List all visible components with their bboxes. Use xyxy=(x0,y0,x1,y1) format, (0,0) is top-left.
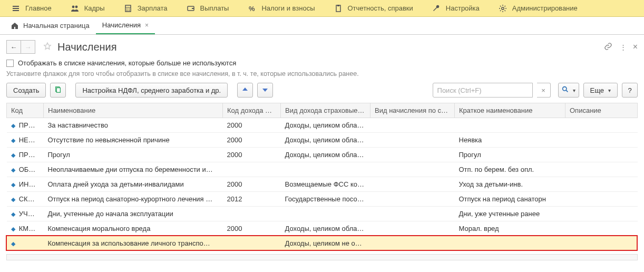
move-down-button[interactable] xyxy=(257,83,273,98)
cell-short: Дни, уже учтенные ранее xyxy=(455,207,565,221)
cell-income-code: 2000 xyxy=(223,177,281,192)
move-up-button[interactable] xyxy=(237,83,253,98)
arrow-down-icon xyxy=(262,86,268,94)
topmenu-main[interactable]: Главное xyxy=(2,0,61,16)
clipboard-icon xyxy=(334,4,343,13)
col-insurance-header[interactable]: Вид дохода страховые… xyxy=(281,103,370,118)
cell-short xyxy=(455,118,565,133)
search-box xyxy=(433,83,533,98)
table-row[interactable]: ◆ КМ…Компенсация морального вреда2000Дох… xyxy=(7,221,638,236)
topmenu-pay[interactable]: Выплаты xyxy=(177,0,239,16)
page-title: Начисления xyxy=(57,41,117,53)
cell-desc xyxy=(565,177,638,192)
cell-desc xyxy=(565,148,638,162)
cell-name: Отпуск на период санаторно-курортного ле… xyxy=(44,192,223,207)
table-row[interactable]: ◆ ПР…Прогул2000Доходы, целиком обла…Прог… xyxy=(7,148,638,162)
topmenu-admin[interactable]: Администрирование xyxy=(489,0,587,16)
cell-insurance: Государственные посо… xyxy=(281,192,370,207)
cell-calc-type xyxy=(370,221,455,236)
table-row[interactable]: ◆ ПР…За наставничество2000Доходы, целико… xyxy=(7,118,638,133)
col-income-header[interactable]: Код дохода … xyxy=(223,103,281,118)
cell-income-code: 2000 xyxy=(223,148,281,162)
cell-name: Отсутствие по невыясненной причине xyxy=(44,133,223,148)
ndfl-settings-button[interactable]: Настройка НДФЛ, среднего заработка и др. xyxy=(75,83,228,98)
topmenu-label: Выплаты xyxy=(200,4,229,12)
svg-point-4 xyxy=(126,8,128,9)
show-unused-checkbox[interactable] xyxy=(6,60,14,67)
svg-text:%: % xyxy=(249,5,255,13)
cell-calc-type xyxy=(370,118,455,133)
cell-calc-type xyxy=(370,148,455,162)
col-code-header[interactable]: Код xyxy=(7,103,44,118)
topmenu-salary[interactable]: Зарплата xyxy=(114,0,177,16)
cell-short: Морал. вред xyxy=(455,221,565,236)
col-name-header[interactable]: Наименование xyxy=(44,103,223,118)
table-row[interactable]: ◆ СК…Отпуск на период санаторно-курортно… xyxy=(7,192,638,207)
col-calc-type-header[interactable]: Вид начисления по ст… xyxy=(370,103,455,118)
more-menu-button[interactable]: Еще ▾ xyxy=(583,83,618,98)
home-tab[interactable]: Начальная страница xyxy=(4,17,96,34)
horizontal-scrollbar[interactable] xyxy=(6,254,638,260)
cell-desc xyxy=(565,236,638,251)
favorite-star-icon[interactable] xyxy=(43,42,52,53)
svg-point-7 xyxy=(129,10,130,11)
row-marker-icon: ◆ xyxy=(11,211,15,217)
link-icon[interactable] xyxy=(604,42,612,52)
cell-short: Неявка xyxy=(455,133,565,148)
topmenu-label: Настройка xyxy=(446,4,480,12)
search-clear-button[interactable]: × xyxy=(537,83,551,98)
cell-insurance: Доходы, целиком не о… xyxy=(281,236,370,251)
row-marker-icon: ◆ xyxy=(11,181,15,188)
help-button[interactable]: ? xyxy=(622,83,638,98)
topmenu-label: Отчетность, справки xyxy=(348,4,413,12)
topmenu-settings[interactable]: Настройка xyxy=(423,0,489,16)
table-row[interactable]: ◆ ОБ…Неоплачиваемые дни отпуска по берем… xyxy=(7,162,638,177)
svg-point-13 xyxy=(502,7,504,9)
cell-short: Отпуск на период санаторн xyxy=(455,192,565,207)
topmenu-report[interactable]: Отчетность, справки xyxy=(325,0,423,16)
table-header-row: Код Наименование Код дохода … Вид дохода… xyxy=(7,103,638,118)
active-tab-label: Начисления xyxy=(102,21,141,29)
table-row[interactable]: ◆ НЕ…Отсутствие по невыясненной причине2… xyxy=(7,133,638,148)
row-marker-icon: ◆ xyxy=(11,167,15,173)
topmenu-hr[interactable]: Кадры xyxy=(61,0,114,16)
magnifier-icon xyxy=(562,86,569,94)
cell-income-code xyxy=(223,236,281,251)
more-vert-icon[interactable]: ⋮ xyxy=(620,43,626,51)
nav-back-button[interactable]: ← xyxy=(6,40,21,54)
col-desc-header[interactable]: Описание xyxy=(565,103,638,118)
close-icon[interactable]: × xyxy=(145,22,149,29)
copy-button[interactable] xyxy=(50,83,66,98)
nav-forward-button[interactable]: → xyxy=(21,40,35,54)
cell-name: За наставничество xyxy=(44,118,223,133)
row-marker-icon: ◆ xyxy=(11,240,15,247)
row-marker-icon: ◆ xyxy=(11,196,15,202)
svg-rect-15 xyxy=(57,88,61,92)
cell-insurance: Доходы, целиком обла… xyxy=(281,148,370,162)
create-button[interactable]: Создать xyxy=(6,83,46,98)
cell-income-code: 2012 xyxy=(223,192,281,207)
cell-name: Прогул xyxy=(44,148,223,162)
table-row[interactable]: ◆ Компенсация за использование личного т… xyxy=(7,236,638,251)
cell-name: Компенсация за использование личного тра… xyxy=(44,236,223,251)
table-row[interactable]: ◆ ИН…Оплата дней ухода за детьми-инвалид… xyxy=(7,177,638,192)
advanced-search-button[interactable]: ▾ xyxy=(558,83,579,98)
topmenu-label: Налоги и взносы xyxy=(261,4,315,12)
more-menu-label: Еще xyxy=(590,86,604,94)
svg-point-5 xyxy=(129,8,130,9)
cell-short: Прогул xyxy=(455,148,565,162)
cell-name: Неоплачиваемые дни отпуска по беременнос… xyxy=(44,162,223,177)
cell-name: Дни, учтенные до начала эксплуатации xyxy=(44,207,223,221)
col-short-header[interactable]: Краткое наименование xyxy=(455,103,565,118)
cell-insurance: Доходы, целиком обла… xyxy=(281,133,370,148)
cell-income-code: 2000 xyxy=(223,118,281,133)
toolbar: Создать Настройка НДФЛ, среднего заработ… xyxy=(0,83,644,103)
arrow-up-icon xyxy=(242,86,248,94)
close-page-icon[interactable]: × xyxy=(633,42,638,52)
active-tab[interactable]: Начисления × xyxy=(96,17,155,34)
table-row[interactable]: ◆ УЧ…Дни, учтенные до начала эксплуатаци… xyxy=(7,207,638,221)
topmenu-tax[interactable]: %Налоги и взносы xyxy=(238,0,324,16)
cell-name: Компенсация морального вреда xyxy=(44,221,223,236)
search-input[interactable] xyxy=(433,83,532,97)
cell-insurance xyxy=(281,162,370,177)
